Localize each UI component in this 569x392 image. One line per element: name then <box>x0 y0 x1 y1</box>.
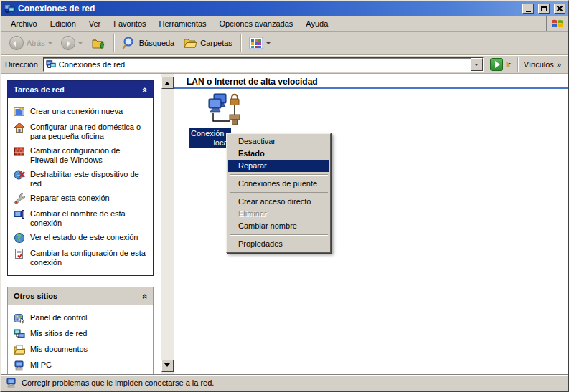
minimize-icon <box>526 11 531 12</box>
context-menu-item-eliminar: Eliminar <box>228 208 329 220</box>
place-my-documents[interactable]: Mis documentos <box>12 342 150 358</box>
task-label: Configurar una red doméstica o para pequ… <box>30 122 149 141</box>
toolbar-separator <box>240 34 241 52</box>
context-menu-separator <box>230 174 328 176</box>
up-button[interactable] <box>88 34 109 52</box>
context-menu-item-conexiones-de-puente[interactable]: Conexiones de puente <box>228 178 329 190</box>
connection-label-line1: Conexión <box>191 129 230 138</box>
scroll-up-button[interactable] <box>161 77 174 89</box>
toolbar-separator <box>113 34 114 52</box>
place-my-network-places[interactable]: Mis sitios de red <box>12 326 150 342</box>
windows-logo <box>546 16 568 31</box>
task-repair-connection[interactable]: Reparar esta conexión <box>12 191 150 206</box>
address-dropdown-icon <box>474 64 479 68</box>
search-icon <box>122 36 136 50</box>
new-connection-icon <box>14 106 25 118</box>
context-menu: Desactivar Estado Reparar Conexiones de … <box>226 133 331 253</box>
lan-connection-icon[interactable] <box>206 92 243 127</box>
address-dropdown-button[interactable] <box>471 58 483 71</box>
context-menu-item-reparar[interactable]: Reparar <box>228 160 329 172</box>
other-places-list: Panel de control Mis sitios de red <box>8 305 153 374</box>
disable-device-icon <box>14 169 25 181</box>
task-setup-home-network[interactable]: Configurar una red doméstica o para pequ… <box>12 120 150 143</box>
menu-bar: Archivo Edición Ver Favoritos Herramient… <box>1 16 568 32</box>
views-button[interactable] <box>245 34 274 52</box>
menu-opciones-avanzadas[interactable]: Opciones avanzadas <box>213 16 300 31</box>
search-button[interactable]: Búsqueda <box>118 34 179 52</box>
context-menu-item-propiedades[interactable]: Propiedades <box>228 238 329 250</box>
task-rename-connection[interactable]: Cambiar el nombre de esta conexión <box>12 206 150 230</box>
place-control-panel[interactable]: Panel de control <box>12 310 150 326</box>
context-menu-item-cambiar-nombre[interactable]: Cambiar nombre <box>228 220 329 232</box>
status-bar: Corregir problemas que le impiden conect… <box>1 375 568 391</box>
task-disable-network-device[interactable]: Deshabilitar este dispositivo de red <box>12 167 150 191</box>
context-menu-item-crear-acceso-directo[interactable]: Crear acceso directo <box>228 196 329 208</box>
folders-label: Carpetas <box>200 39 232 47</box>
context-menu-item-desactivar[interactable]: Desactivar <box>228 135 329 148</box>
menu-items: Archivo Edición Ver Favoritos Herramient… <box>1 16 546 31</box>
section-rule <box>174 87 568 89</box>
context-menu-item-estado[interactable]: Estado <box>228 148 329 160</box>
task-change-firewall-settings[interactable]: Cambiar configuración de Firewall de Win… <box>12 143 150 167</box>
forward-dropdown-icon <box>78 42 83 47</box>
network-connections-window: Conexiones de red Archivo Edición Ver Fa… <box>0 0 569 392</box>
folders-icon <box>183 36 197 50</box>
back-label: Atrás <box>27 39 45 47</box>
place-label: Mis sitios de red <box>30 328 87 338</box>
go-label: Ir <box>506 60 511 69</box>
minimize-button[interactable] <box>522 4 534 14</box>
task-label: Crear una conexión nueva <box>30 106 123 116</box>
back-icon <box>9 36 24 50</box>
task-change-connection-settings[interactable]: Cambiar la configuración de esta conexió… <box>12 246 150 269</box>
status-computer-icon <box>6 377 17 388</box>
address-value: Conexiones de red <box>59 60 125 69</box>
links-more-icon: » <box>557 60 561 69</box>
forward-button[interactable] <box>57 34 86 52</box>
links-button[interactable]: Vínculos » <box>517 57 564 72</box>
close-icon <box>557 6 563 11</box>
close-button[interactable] <box>554 4 565 14</box>
scroll-up-icon <box>164 79 170 85</box>
menu-ayuda[interactable]: Ayuda <box>299 16 334 31</box>
other-places-box: Otros sitios « Panel de control <box>7 287 154 374</box>
task-label: Cambiar el nombre de esta conexión <box>30 209 149 228</box>
forward-icon <box>61 36 75 50</box>
window-title: Conexiones de red <box>18 4 518 14</box>
address-combo[interactable]: Conexiones de red <box>43 57 484 72</box>
maximize-icon <box>541 6 547 11</box>
task-create-new-connection[interactable]: Crear una conexión nueva <box>12 104 150 120</box>
place-my-pc[interactable]: Mi PC <box>12 358 150 373</box>
maximize-button[interactable] <box>538 4 550 14</box>
menu-ver[interactable]: Ver <box>83 16 108 31</box>
search-label: Búsqueda <box>139 39 175 47</box>
control-panel-icon <box>14 312 25 324</box>
go-button[interactable]: Ir <box>487 58 514 71</box>
menu-archivo[interactable]: Archivo <box>4 16 44 31</box>
folders-button[interactable]: Carpetas <box>179 34 236 52</box>
connection-label[interactable]: Conexión local <box>189 128 231 148</box>
collapse-chevron-icon: « <box>141 294 149 298</box>
menu-favoritos[interactable]: Favoritos <box>107 16 152 31</box>
my-documents-icon <box>14 344 25 355</box>
task-pane-scrollbar[interactable] <box>161 74 174 374</box>
address-bar: Dirección Conexiones de red Ir Vínculos … <box>1 55 568 74</box>
task-view-connection-status[interactable]: Ver el estado de este conexión <box>12 230 150 246</box>
content-area: Tareas de red « Crear una conexión nueva <box>1 74 568 375</box>
network-connections-icon <box>4 3 15 14</box>
back-button[interactable]: Atrás <box>6 34 56 52</box>
task-label: Reparar esta conexión <box>30 193 110 203</box>
menu-edicion[interactable]: Edición <box>44 16 83 31</box>
scroll-down-icon <box>164 363 170 370</box>
network-tasks-box: Tareas de red « Crear una conexión nueva <box>7 80 154 276</box>
network-tasks-header[interactable]: Tareas de red « <box>8 81 153 98</box>
other-places-title: Otros sitios <box>14 292 57 300</box>
scroll-down-button[interactable] <box>161 360 174 372</box>
connection-label-line2: local <box>191 138 230 148</box>
view-status-globe-icon <box>14 232 25 244</box>
other-places-header[interactable]: Otros sitios « <box>8 287 153 305</box>
firewall-icon <box>14 145 25 157</box>
title-bar: Conexiones de red <box>1 1 568 16</box>
menu-herramientas[interactable]: Herramientas <box>153 16 213 31</box>
task-label: Deshabilitar este dispositivo de red <box>30 169 149 188</box>
views-grid-icon <box>249 36 263 50</box>
